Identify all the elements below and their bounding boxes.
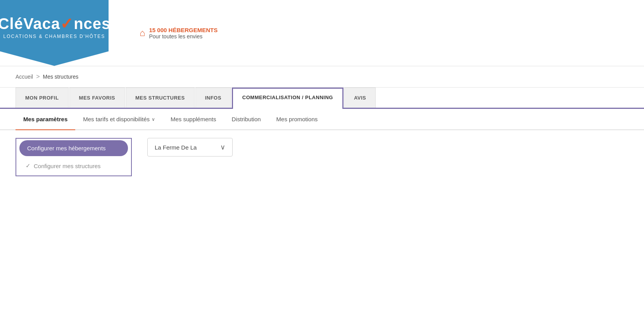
- subtab-parametres[interactable]: Mes paramètres: [16, 109, 75, 130]
- tab-infos[interactable]: INFOS: [195, 88, 231, 108]
- logo-part2: Vaca: [23, 15, 60, 32]
- property-value: La Ferme De La: [155, 144, 197, 151]
- dropdown-container: Configurer mes hébergements ✓ Configurer…: [16, 138, 132, 176]
- logo-part3: nces: [74, 15, 110, 32]
- logo-subtitle: LOCATIONS & CHAMBRES D'HÔTES: [3, 34, 105, 39]
- main-tabs: MON PROFIL MES FAVORIS MES STRUCTURES IN…: [0, 88, 644, 109]
- subtab-tarifs-arrow: ∨: [152, 117, 155, 122]
- dropdown-item-structures-label: Configurer mes structures: [34, 163, 101, 169]
- house-icon: ⌂: [140, 28, 145, 38]
- logo-part1: Clé: [0, 15, 23, 32]
- dropdown-menu: Configurer mes hébergements ✓ Configurer…: [16, 138, 132, 176]
- subtab-tarifs-label: Mes tarifs et disponibilités: [83, 116, 150, 122]
- tab-commercialisation[interactable]: COMMERCIALISATION / PLANNING: [232, 88, 344, 109]
- tab-avis[interactable]: AVIS: [344, 88, 376, 108]
- tab-profil[interactable]: MON PROFIL: [16, 88, 69, 108]
- logo[interactable]: CléVaca✓nces LOCATIONS & CHAMBRES D'HÔTE…: [0, 0, 109, 66]
- breadcrumb-separator: >: [36, 73, 40, 80]
- subtab-tarifs-content: Mes tarifs et disponibilités ∨: [83, 116, 155, 122]
- subtab-promotions[interactable]: Mes promotions: [269, 109, 326, 130]
- checkmark-icon: ✓: [26, 162, 31, 169]
- subtab-supplements[interactable]: Mes suppléments: [163, 109, 224, 130]
- logo-title: CléVaca✓nces: [0, 15, 110, 32]
- dropdown-item-hebergements[interactable]: Configurer mes hébergements: [19, 140, 128, 156]
- tab-structures[interactable]: MES STRUCTURES: [126, 88, 195, 108]
- breadcrumb: Accueil > Mes structures: [0, 66, 644, 88]
- tagline-sub: Pour toutes les envies: [149, 33, 218, 40]
- tagline-text: 15 000 HÉBERGEMENTS Pour toutes les envi…: [149, 27, 218, 40]
- tagline-count: 15 000 HÉBERGEMENTS: [149, 27, 218, 33]
- breadcrumb-home[interactable]: Accueil: [16, 74, 33, 80]
- property-selector[interactable]: La Ferme De La ∨: [147, 138, 233, 157]
- sub-tabs: Mes paramètres Mes tarifs et disponibili…: [0, 109, 644, 130]
- logo-checkmark: ✓: [60, 15, 74, 32]
- property-chevron-icon: ∨: [220, 143, 225, 151]
- header-tagline: ⌂ 15 000 HÉBERGEMENTS Pour toutes les en…: [140, 27, 218, 40]
- tab-favoris[interactable]: MES FAVORIS: [69, 88, 125, 108]
- header: CléVaca✓nces LOCATIONS & CHAMBRES D'HÔTE…: [0, 0, 644, 66]
- subtab-distribution[interactable]: Distribution: [224, 109, 269, 130]
- content-row: Configurer mes hébergements ✓ Configurer…: [16, 138, 628, 176]
- subtab-tarifs[interactable]: Mes tarifs et disponibilités ∨: [75, 109, 163, 130]
- dropdown-item-structures[interactable]: ✓ Configurer mes structures: [18, 158, 129, 174]
- content-area: Configurer mes hébergements ✓ Configurer…: [0, 130, 644, 184]
- breadcrumb-current: Mes structures: [43, 74, 78, 80]
